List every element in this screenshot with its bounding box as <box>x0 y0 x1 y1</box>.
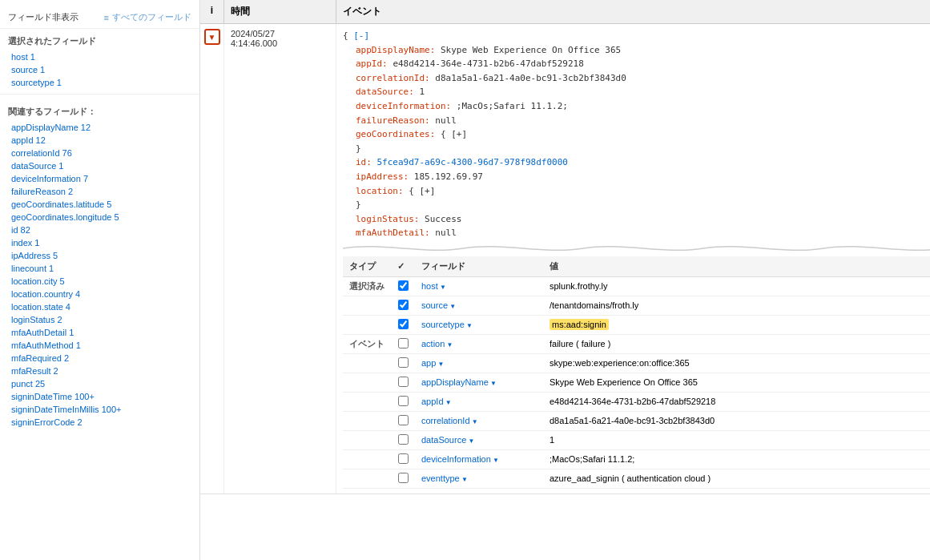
table-row: イベント action failure ( failure ) ▼ <box>343 334 930 353</box>
field-check-cell[interactable] <box>391 469 415 488</box>
th-event: イベント <box>336 0 930 23</box>
sidebar-related-field[interactable]: mfaResult 2 <box>0 365 199 377</box>
field-name-link[interactable]: source <box>421 300 456 310</box>
field-name-link[interactable]: app <box>421 358 445 368</box>
sidebar-related-field[interactable]: failureReason 2 <box>0 185 199 198</box>
field-type-cell <box>343 411 391 430</box>
field-check-cell[interactable] <box>391 373 415 392</box>
field-check-cell[interactable] <box>391 353 415 373</box>
field-name-cell[interactable]: appDisplayName <box>415 373 543 392</box>
json-val-link[interactable]: 5fcea9d7-a69c-4300-96d7-978f98df0000 <box>377 157 568 167</box>
hide-fields-label[interactable]: フィールド非表示 <box>8 11 79 23</box>
sidebar-related-field[interactable]: location.country 4 <box>0 288 199 300</box>
field-checkbox[interactable] <box>398 338 409 348</box>
sidebar-related-field[interactable]: appId 12 <box>0 134 199 147</box>
table-row: appDisplayName Skype Web Experience On O… <box>343 373 930 392</box>
field-name-cell[interactable]: action <box>415 334 543 353</box>
field-check-cell[interactable] <box>391 334 415 353</box>
field-value: e48d4214-364e-4731-b2b6-47dabf529218 <box>550 397 715 406</box>
field-name-cell[interactable]: eventtype <box>415 469 543 488</box>
field-name-link[interactable]: eventtype <box>421 473 468 483</box>
field-checkbox[interactable] <box>398 377 409 387</box>
field-checkbox[interactable] <box>398 453 409 464</box>
field-name-cell[interactable]: sourcetype <box>415 315 543 334</box>
sidebar-related-field[interactable]: signinDateTimeInMillis 100+ <box>0 403 199 416</box>
field-name-link[interactable]: host <box>421 281 446 291</box>
sidebar-related-field[interactable]: location.city 5 <box>0 275 199 288</box>
sidebar-related-field[interactable]: correlationId 76 <box>0 147 199 159</box>
field-name-link[interactable]: dataSource <box>421 435 474 445</box>
sidebar-related-field[interactable]: id 82 <box>0 224 199 236</box>
all-fields-button[interactable]: ≡ すべてのフィールド <box>104 11 191 23</box>
json-key: loginStatus: <box>356 214 419 224</box>
sidebar-related-field[interactable]: loginStatus 2 <box>0 313 199 326</box>
table-row: app skype:web:experience:on:office:365 ▼ <box>343 353 930 373</box>
field-name-cell[interactable]: app <box>415 353 543 373</box>
sidebar-related-field[interactable]: dataSource 1 <box>0 159 199 172</box>
selected-fields-title: 選択されたフィールド <box>0 29 199 50</box>
json-key: mfaAuthDetail: <box>356 228 430 238</box>
field-check-cell[interactable] <box>391 430 415 449</box>
field-name-cell[interactable]: deviceInformation <box>415 449 543 469</box>
sidebar-related-field[interactable]: punct 25 <box>0 377 199 390</box>
sidebar-related-field[interactable]: linecount 1 <box>0 262 199 275</box>
json-val: { [+] <box>441 129 467 139</box>
sidebar-related-field[interactable]: mfaRequired 2 <box>0 352 199 365</box>
field-name-link[interactable]: correlationId <box>421 416 478 425</box>
field-check-cell[interactable] <box>391 296 415 315</box>
collapse-btn[interactable]: [-] <box>353 30 369 41</box>
json-bracket: } <box>356 199 361 210</box>
field-checkbox[interactable] <box>398 300 409 310</box>
field-name-link[interactable]: action <box>421 339 453 348</box>
sidebar-related-field[interactable]: appDisplayName 12 <box>0 121 199 134</box>
table-header: i 時間 イベント <box>200 0 930 24</box>
field-value-cell: failure ( failure ) <box>543 334 930 353</box>
json-key: failureReason: <box>356 115 430 126</box>
sidebar-related-field[interactable]: location.state 4 <box>0 300 199 313</box>
field-value: /tenantdomains/froth.ly <box>550 300 638 310</box>
sidebar-related-field[interactable]: deviceInformation 7 <box>0 172 199 185</box>
field-name-cell[interactable]: correlationId <box>415 411 543 430</box>
expand-button[interactable]: ▼ <box>204 29 220 45</box>
sidebar-selected-field[interactable]: sourcetype 1 <box>0 76 199 89</box>
field-table-wrapper: タイプ ✓ フィールド 値 アクション 選択済み host <box>343 256 930 489</box>
field-name-cell[interactable]: host <box>415 276 543 296</box>
field-checkbox[interactable] <box>398 357 409 368</box>
th-value: 値 <box>543 256 930 277</box>
field-name-cell[interactable]: appId <box>415 392 543 411</box>
sidebar-related-field[interactable]: mfaAuthMethod 1 <box>0 339 199 352</box>
sidebar-selected-field[interactable]: host 1 <box>0 50 199 63</box>
field-check-cell[interactable] <box>391 392 415 411</box>
json-field-line: deviceInformation: ;MacOs;Safari 11.1.2; <box>343 99 930 114</box>
sidebar-related-field[interactable]: index 1 <box>0 236 199 249</box>
field-name-cell[interactable]: source <box>415 296 543 315</box>
field-name-link[interactable]: deviceInformation <box>421 454 499 464</box>
field-checkbox[interactable] <box>398 434 409 445</box>
sidebar-related-field[interactable]: signinErrorCode 2 <box>0 416 199 429</box>
json-key: appDisplayName: <box>356 45 435 55</box>
field-checkbox[interactable] <box>398 280 409 291</box>
field-name-link[interactable]: appDisplayName <box>421 377 497 387</box>
sidebar-related-field[interactable]: signinDateTime 100+ <box>0 390 199 403</box>
field-name-link[interactable]: appId <box>421 397 452 406</box>
sidebar-related-field[interactable]: mfaAuthDetail 1 <box>0 326 199 339</box>
field-value-cell: splunk.frothy.ly <box>543 276 930 296</box>
sidebar-related-field[interactable]: geoCoordinates.longitude 5 <box>0 211 199 224</box>
field-name-link[interactable]: sourcetype <box>421 320 473 329</box>
field-value: azure_aad_signin ( authentication cloud … <box>550 473 711 483</box>
json-fields: appDisplayName: Skype Web Experience On … <box>343 43 930 240</box>
field-name-cell[interactable]: dataSource <box>415 430 543 449</box>
field-checkbox[interactable] <box>398 473 409 483</box>
field-checkbox[interactable] <box>398 319 409 329</box>
json-key: deviceInformation: <box>356 101 451 111</box>
field-check-cell[interactable] <box>391 411 415 430</box>
field-check-cell[interactable] <box>391 315 415 334</box>
field-check-cell[interactable] <box>391 449 415 469</box>
field-value: d8a1a5a1-6a21-4a0e-bc91-3cb2bf3843d0 <box>550 416 715 425</box>
field-check-cell[interactable] <box>391 276 415 296</box>
sidebar-related-field[interactable]: ipAddress 5 <box>0 249 199 262</box>
field-checkbox[interactable] <box>398 415 409 425</box>
sidebar-related-field[interactable]: geoCoordinates.latitude 5 <box>0 198 199 211</box>
field-checkbox[interactable] <box>398 396 409 406</box>
sidebar-selected-field[interactable]: source 1 <box>0 63 199 76</box>
